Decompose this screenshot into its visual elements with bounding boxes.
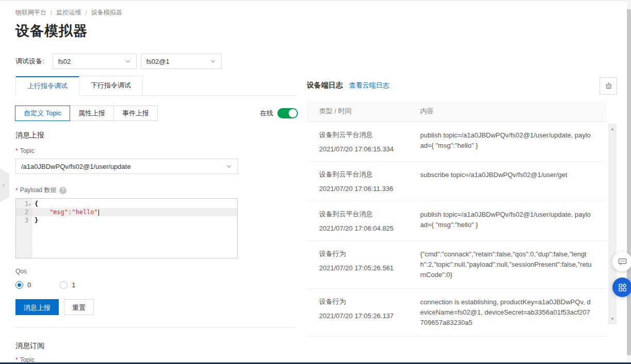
mode-property-report-button[interactable]: 属性上报 xyxy=(70,106,114,121)
log-row-content: publish topic=/a1a0JBDwPQv/fs02@1/user/u… xyxy=(420,130,607,153)
broom-icon xyxy=(604,82,613,91)
command-debug-tabbar: 上行指令调试 下行指令调试 xyxy=(15,76,296,96)
log-row: 设备行为 2021/07/20 17:05:26.137 connection … xyxy=(307,289,607,337)
sidebar-collapse-handle[interactable]: ‹ xyxy=(0,168,9,202)
breadcrumb-item-platform[interactable]: 物联网平台 xyxy=(15,8,46,17)
qos-radio-group: 0 1 xyxy=(15,281,75,289)
feedback-button[interactable] xyxy=(612,252,631,271)
qos-radio-1[interactable]: 1 xyxy=(60,281,75,289)
log-row-time: 2021/07/20 17:05:26.561 xyxy=(319,264,420,272)
clear-log-button[interactable] xyxy=(600,77,617,95)
reset-button[interactable]: 重置 xyxy=(64,299,94,315)
log-row-content: publish topic=/a1a0JBDwPQv/fs02@1/user/u… xyxy=(420,210,607,232)
log-col-content: 内容 xyxy=(420,107,607,116)
log-row-type: 设备行为 xyxy=(319,249,420,258)
chevron-down-icon xyxy=(225,163,233,170)
radio-unselected-icon[interactable] xyxy=(60,281,68,289)
log-col-type-time: 类型 / 时间 xyxy=(307,107,420,116)
chevron-down-icon xyxy=(125,58,131,64)
page-scrollbar-thumb[interactable] xyxy=(627,9,631,355)
log-row-content: connection is establishing, productKey=a… xyxy=(420,297,607,328)
product-select[interactable]: fs02 xyxy=(53,54,137,69)
section-divider xyxy=(15,327,296,327)
apps-grid-icon xyxy=(618,283,627,292)
log-row-type-time: 设备到云平台消息 2021/07/20 17:06:11.336 xyxy=(307,170,420,193)
breadcrumb-item-monitoring[interactable]: 监控运维 xyxy=(56,8,81,17)
publish-topic-value: /a1a0JBDwPQv/fs02@1/user/update xyxy=(21,163,131,170)
device-select-value: fs02@1 xyxy=(146,58,170,65)
log-row-content: subscribe topic=/a1a0JBDwPQv/fs02@1/user… xyxy=(420,170,607,193)
log-row: 设备行为 2021/07/20 17:05:26.561 {"cmd":"con… xyxy=(307,241,607,289)
log-row-type: 设备行为 xyxy=(319,297,420,306)
scroll-up-icon[interactable]: ▲ xyxy=(608,127,617,131)
log-row-time: 2021/07/20 17:06:04.825 xyxy=(319,224,420,232)
scroll-down-icon[interactable]: ▼ xyxy=(608,317,617,321)
code-line: { xyxy=(32,200,237,208)
view-cloud-log-link[interactable]: 查看云端日志 xyxy=(349,81,389,90)
payload-label: Payload 数据 xyxy=(20,186,57,195)
log-row-time: 2021/07/20 17:06:15.334 xyxy=(319,145,420,153)
window-top-edge xyxy=(0,0,631,1)
code-line: } xyxy=(32,216,237,224)
tab-uplink-debug[interactable]: 上行指令调试 xyxy=(15,76,79,96)
publish-section-title: 消息上报 xyxy=(15,131,44,140)
text-caret xyxy=(98,210,99,216)
code-line-active: "msg":"hello" xyxy=(32,208,237,216)
publish-topic-label: * Topic xyxy=(15,147,35,154)
required-asterisk: * xyxy=(15,147,18,154)
qos-label: Qos xyxy=(15,268,27,275)
payload-code-editor[interactable]: 1▾ 2▾ 3▾ { "msg":"hello" } xyxy=(15,198,238,258)
publish-actions: 消息上报 重置 xyxy=(15,299,94,315)
log-row-time: 2021/07/20 17:06:11.336 xyxy=(319,185,420,193)
mode-event-report-button[interactable]: 事件上报 xyxy=(113,106,158,121)
code-fold-icon[interactable]: ▾ xyxy=(28,202,31,207)
device-selector-label: 调试设备: xyxy=(15,57,44,66)
editor-gutter: 1▾ 2▾ 3▾ xyxy=(16,199,32,258)
log-row: 设备到云平台消息 2021/07/20 17:06:15.334 publish… xyxy=(307,122,607,162)
tab-downlink-debug[interactable]: 下行指令调试 xyxy=(79,76,143,95)
log-row-type-time: 设备行为 2021/07/20 17:05:26.137 xyxy=(307,297,420,328)
chevron-left-icon: ‹ xyxy=(3,182,5,189)
page-scrollbar[interactable] xyxy=(627,0,631,364)
chevron-down-icon xyxy=(210,58,216,64)
log-rows: 设备到云平台消息 2021/07/20 17:06:15.334 publish… xyxy=(307,122,607,337)
qos-radio-0[interactable]: 0 xyxy=(15,281,31,289)
log-row-time: 2021/07/20 17:05:26.137 xyxy=(319,312,420,320)
apps-widget-button[interactable] xyxy=(612,278,631,297)
log-row-type: 设备到云平台消息 xyxy=(319,130,420,140)
log-panel-header: 设备端日志 查看云端日志 xyxy=(307,81,389,90)
device-selector-row: 调试设备: fs02 fs02@1 xyxy=(15,53,222,70)
subscribe-section-title: 消息订阅 xyxy=(15,341,44,351)
help-icon[interactable]: ? xyxy=(59,187,67,194)
log-row-type-time: 设备到云平台消息 2021/07/20 17:06:15.334 xyxy=(307,130,420,153)
device-select[interactable]: fs02@1 xyxy=(141,54,222,69)
breadcrumb: 物联网平台 / 监控运维 / 设备模拟器 xyxy=(15,8,122,17)
breadcrumb-item-current: 设备模拟器 xyxy=(91,8,122,17)
breadcrumb-separator: / xyxy=(51,9,52,16)
log-row-type-time: 设备行为 2021/07/20 17:05:26.561 xyxy=(307,249,420,280)
editor-code-area[interactable]: { "msg":"hello" } xyxy=(32,199,237,258)
online-status: 在线 xyxy=(260,108,298,118)
required-asterisk: * xyxy=(15,187,18,194)
log-row-type-time: 设备到云平台消息 2021/07/20 17:06:04.825 xyxy=(307,210,420,232)
payload-label-row: * Payload 数据 ? xyxy=(15,186,67,195)
page-title: 设备模拟器 xyxy=(15,22,88,40)
log-row-content: {"cmd":"connack","retain":false,"qos":0,… xyxy=(420,249,607,280)
log-row-type: 设备到云平台消息 xyxy=(319,210,420,219)
report-mode-group: 自定义 Topic 属性上报 事件上报 xyxy=(15,106,158,121)
mode-custom-topic-button[interactable]: 自定义 Topic xyxy=(15,106,70,121)
log-row: 设备到云平台消息 2021/07/20 17:06:11.336 subscri… xyxy=(307,162,607,201)
publish-topic-select[interactable]: /a1a0JBDwPQv/fs02@1/user/update xyxy=(15,159,238,174)
radio-selected-icon[interactable] xyxy=(15,281,23,289)
log-row-type: 设备到云平台消息 xyxy=(319,170,420,179)
chat-bubble-icon xyxy=(618,257,627,267)
publish-submit-button[interactable]: 消息上报 xyxy=(15,299,59,315)
product-select-value: fs02 xyxy=(58,58,71,65)
log-table-header: 类型 / 时间 内容 xyxy=(307,100,607,122)
online-label: 在线 xyxy=(260,109,273,118)
breadcrumb-separator: / xyxy=(85,9,87,16)
toggle-knob xyxy=(289,109,297,117)
online-toggle[interactable] xyxy=(277,108,298,118)
log-panel-title: 设备端日志 xyxy=(307,81,343,90)
log-row: 设备到云平台消息 2021/07/20 17:06:04.825 publish… xyxy=(307,201,607,241)
